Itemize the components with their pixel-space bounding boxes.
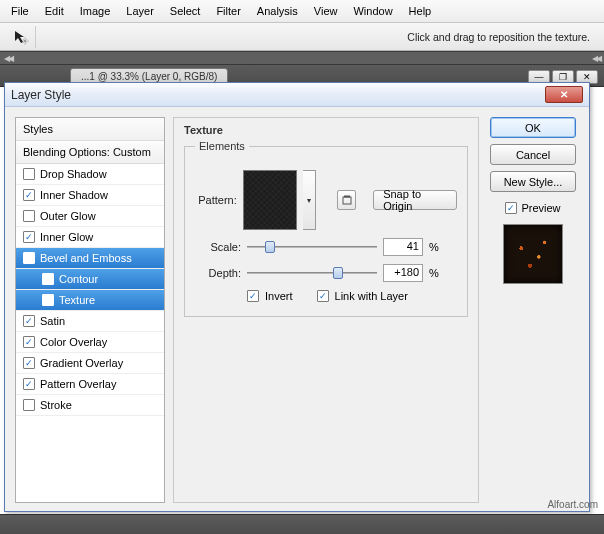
style-item-inner-glow[interactable]: Inner Glow <box>16 227 164 248</box>
scale-value-input[interactable]: 41 <box>383 238 423 256</box>
menu-view[interactable]: View <box>307 2 345 20</box>
style-label: Drop Shadow <box>40 168 107 180</box>
style-label: Color Overlay <box>40 336 107 348</box>
style-item-bevel-and-emboss[interactable]: Bevel and Emboss <box>16 248 164 269</box>
style-checkbox[interactable] <box>23 168 35 180</box>
svg-rect-1 <box>344 196 350 198</box>
pattern-swatch[interactable] <box>243 170 298 230</box>
style-label: Gradient Overlay <box>40 357 123 369</box>
style-checkbox[interactable] <box>23 189 35 201</box>
dialog-titlebar[interactable]: Layer Style ✕ <box>5 83 589 107</box>
menu-layer[interactable]: Layer <box>119 2 161 20</box>
style-label: Satin <box>40 315 65 327</box>
cancel-button[interactable]: Cancel <box>490 144 576 165</box>
ok-button[interactable]: OK <box>490 117 576 138</box>
style-item-outer-glow[interactable]: Outer Glow <box>16 206 164 227</box>
scale-unit: % <box>429 241 439 253</box>
style-label: Outer Glow <box>40 210 96 222</box>
panel-collapse-bar[interactable]: ◀◀ ◀◀ <box>0 51 604 65</box>
link-with-layer-label: Link with Layer <box>335 290 408 302</box>
style-checkbox[interactable] <box>23 378 35 390</box>
scale-label: Scale: <box>195 241 241 253</box>
style-item-pattern-overlay[interactable]: Pattern Overlay <box>16 374 164 395</box>
styles-header[interactable]: Styles <box>16 118 164 141</box>
preview-label: Preview <box>521 202 560 214</box>
menu-bar: File Edit Image Layer Select Filter Anal… <box>0 0 604 23</box>
toolbar-help-text: Click and drag to reposition the texture… <box>407 31 590 43</box>
menu-edit[interactable]: Edit <box>38 2 71 20</box>
link-with-layer-checkbox[interactable] <box>317 290 329 302</box>
style-item-stroke[interactable]: Stroke <box>16 395 164 416</box>
invert-checkbox[interactable] <box>247 290 259 302</box>
pattern-label: Pattern: <box>195 194 237 206</box>
depth-unit: % <box>429 267 439 279</box>
style-checkbox[interactable] <box>42 294 54 306</box>
collapse-left-icon: ◀◀ <box>4 54 12 63</box>
depth-label: Depth: <box>195 267 241 279</box>
style-checkbox[interactable] <box>23 336 35 348</box>
new-style-button[interactable]: New Style... <box>490 171 576 192</box>
style-label: Pattern Overlay <box>40 378 116 390</box>
layer-style-dialog: Layer Style ✕ Styles Blending Options: C… <box>4 82 590 512</box>
style-item-texture[interactable]: Texture <box>16 290 164 311</box>
dialog-close-button[interactable]: ✕ <box>545 86 583 103</box>
svg-rect-0 <box>343 197 351 204</box>
scale-slider[interactable] <box>247 240 377 254</box>
style-item-drop-shadow[interactable]: Drop Shadow <box>16 164 164 185</box>
style-item-satin[interactable]: Satin <box>16 311 164 332</box>
snap-to-origin-button[interactable]: Snap to Origin <box>373 190 457 210</box>
style-label: Inner Shadow <box>40 189 108 201</box>
menu-image[interactable]: Image <box>73 2 118 20</box>
style-label: Texture <box>59 294 95 306</box>
style-checkbox[interactable] <box>23 357 35 369</box>
move-tool-icon[interactable] <box>6 26 36 48</box>
menu-analysis[interactable]: Analysis <box>250 2 305 20</box>
dialog-title: Layer Style <box>11 88 71 102</box>
depth-value-input[interactable]: +180 <box>383 264 423 282</box>
bottom-panel-strip <box>0 514 604 534</box>
preview-checkbox[interactable] <box>505 202 517 214</box>
options-bar: Click and drag to reposition the texture… <box>0 23 604 51</box>
menu-help[interactable]: Help <box>402 2 439 20</box>
style-label: Bevel and Emboss <box>40 252 132 264</box>
pattern-dropdown-icon[interactable]: ▾ <box>303 170 316 230</box>
style-checkbox[interactable] <box>23 252 35 264</box>
panel-title: Texture <box>184 124 468 136</box>
style-checkbox[interactable] <box>23 210 35 222</box>
texture-settings-panel: Texture Elements Pattern: ▾ Snap to Orig… <box>173 117 479 503</box>
elements-legend: Elements <box>195 140 249 152</box>
style-checkbox[interactable] <box>23 315 35 327</box>
collapse-right-icon: ◀◀ <box>592 54 600 63</box>
style-checkbox[interactable] <box>42 273 54 285</box>
style-label: Inner Glow <box>40 231 93 243</box>
style-label: Stroke <box>40 399 72 411</box>
styles-list: Styles Blending Options: Custom Drop Sha… <box>15 117 165 503</box>
depth-slider[interactable] <box>247 266 377 280</box>
style-checkbox[interactable] <box>23 231 35 243</box>
style-item-inner-shadow[interactable]: Inner Shadow <box>16 185 164 206</box>
preview-thumbnail <box>503 224 563 284</box>
style-checkbox[interactable] <box>23 399 35 411</box>
style-item-gradient-overlay[interactable]: Gradient Overlay <box>16 353 164 374</box>
style-item-contour[interactable]: Contour <box>16 269 164 290</box>
dialog-buttons: OK Cancel New Style... Preview <box>487 117 579 503</box>
watermark: Alfoart.com <box>547 499 598 510</box>
invert-label: Invert <box>265 290 293 302</box>
style-item-color-overlay[interactable]: Color Overlay <box>16 332 164 353</box>
blending-options-item[interactable]: Blending Options: Custom <box>16 141 164 164</box>
elements-group: Elements Pattern: ▾ Snap to Origin Scale… <box>184 140 468 317</box>
menu-file[interactable]: File <box>4 2 36 20</box>
menu-select[interactable]: Select <box>163 2 208 20</box>
menu-window[interactable]: Window <box>346 2 399 20</box>
menu-filter[interactable]: Filter <box>209 2 247 20</box>
style-label: Contour <box>59 273 98 285</box>
new-preset-icon[interactable] <box>337 190 355 210</box>
